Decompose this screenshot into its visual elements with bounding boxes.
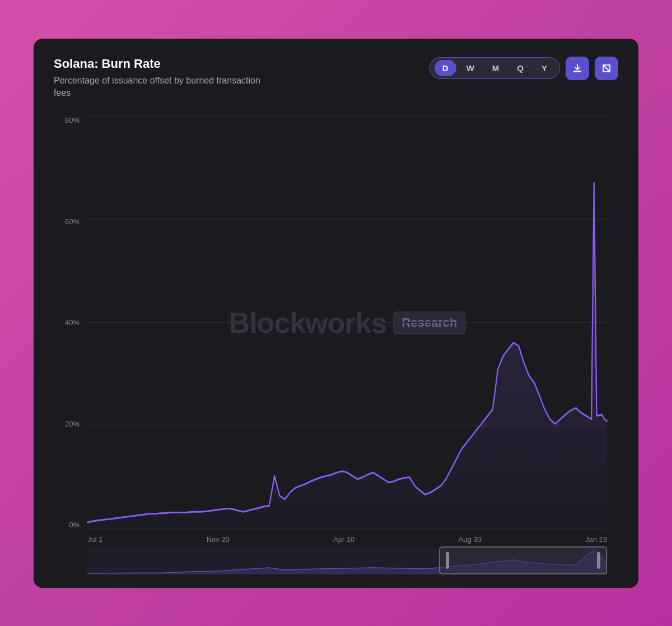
expand-button[interactable] <box>595 57 618 80</box>
chart-card: Solana: Burn Rate Percentage of issuance… <box>34 39 638 588</box>
title-block: Solana: Burn Rate Percentage of issuance… <box>54 57 267 100</box>
chart-title: Solana: Burn Rate <box>54 57 267 71</box>
x-label-nov20: Nov 20 <box>207 535 230 544</box>
minimap <box>87 546 607 574</box>
line-chart-svg <box>87 116 607 529</box>
x-label-aug30: Aug 30 <box>459 535 482 544</box>
chart-header: Solana: Burn Rate Percentage of issuance… <box>54 57 618 100</box>
y-axis: 80% 60% 40% 20% 0% <box>54 116 85 529</box>
tf-btn-q[interactable]: Q <box>509 60 531 76</box>
x-axis: Jul 1 Nov 20 Apr 10 Aug 30 Jan 19 <box>87 535 607 544</box>
chart-inner: Blockworks Research <box>87 116 607 529</box>
svg-marker-6 <box>87 183 607 529</box>
y-label-20: 20% <box>54 420 85 428</box>
tf-btn-d[interactable]: D <box>435 60 456 76</box>
minimap-handle-left[interactable] <box>446 552 449 569</box>
minimap-selection[interactable] <box>439 546 607 574</box>
tf-btn-y[interactable]: Y <box>534 60 555 76</box>
y-label-40: 40% <box>54 318 85 327</box>
minimap-chart <box>87 546 607 574</box>
download-button[interactable] <box>566 57 589 80</box>
expand-icon <box>601 63 612 74</box>
x-label-jan19: Jan 19 <box>585 535 607 544</box>
timeframe-group: D W M Q Y <box>430 57 560 79</box>
x-label-apr10: Apr 10 <box>333 535 354 544</box>
tf-btn-w[interactable]: W <box>459 60 482 76</box>
y-label-0: 0% <box>54 521 85 529</box>
y-label-80: 80% <box>54 116 85 124</box>
x-label-jul1: Jul 1 <box>87 535 102 544</box>
y-label-60: 60% <box>54 217 85 226</box>
chart-area: 80% 60% 40% 20% 0% Blockworks Research <box>54 116 618 574</box>
chart-subtitle: Percentage of issuance offset by burned … <box>54 75 267 100</box>
tf-btn-m[interactable]: M <box>484 60 507 76</box>
minimap-handle-right[interactable] <box>597 552 600 569</box>
download-icon <box>572 63 583 74</box>
controls: D W M Q Y <box>430 57 618 80</box>
